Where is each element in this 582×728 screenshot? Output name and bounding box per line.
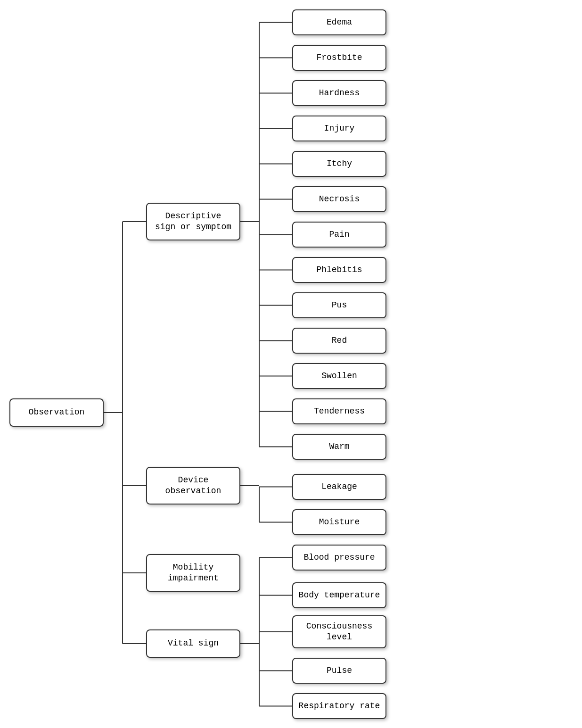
node-pulse: Pulse [292,658,386,684]
node-frostbite: Frostbite [292,45,386,71]
node-itchy: Itchy [292,151,386,177]
node-observation: Observation [9,398,104,427]
node-pain: Pain [292,222,386,248]
node-necrosis: Necrosis [292,186,386,212]
tree-container: ObservationDescriptive sign or symptomDe… [0,0,582,728]
node-tenderness: Tenderness [292,398,386,424]
node-body_temperature: Body temperature [292,582,386,608]
node-red: Red [292,328,386,354]
node-edema: Edema [292,9,386,35]
node-swollen: Swollen [292,363,386,389]
node-device: Device observation [146,467,240,505]
node-mobility: Mobility impairment [146,554,240,592]
node-leakage: Leakage [292,474,386,500]
node-consciousness: Consciousness level [292,615,386,648]
node-pus: Pus [292,292,386,318]
node-phlebitis: Phlebitis [292,257,386,283]
node-hardness: Hardness [292,80,386,106]
node-moisture: Moisture [292,509,386,535]
node-injury: Injury [292,116,386,141]
node-blood_pressure: Blood pressure [292,545,386,571]
node-warm: Warm [292,434,386,460]
node-vital: Vital sign [146,629,240,658]
node-descriptive: Descriptive sign or symptom [146,203,240,240]
node-respiratory: Respiratory rate [292,693,386,719]
